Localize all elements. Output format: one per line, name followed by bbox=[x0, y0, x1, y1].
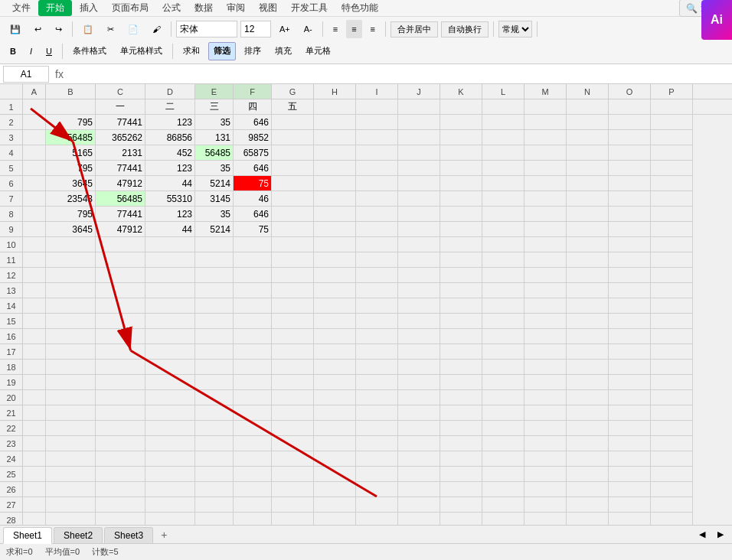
row-num-8[interactable]: 8 bbox=[0, 207, 22, 222]
cell-8-d[interactable]: 123 bbox=[145, 207, 195, 222]
cell-23-m[interactable] bbox=[524, 436, 567, 451]
cell-5-k[interactable] bbox=[440, 161, 482, 176]
cell-2-d[interactable]: 123 bbox=[145, 115, 195, 130]
cell-22-a[interactable] bbox=[23, 421, 46, 436]
menu-file[interactable]: 文件 bbox=[6, 0, 37, 16]
cell-10-j[interactable] bbox=[398, 237, 440, 252]
cell-9-j[interactable] bbox=[398, 222, 440, 237]
cell-10-h[interactable] bbox=[314, 237, 356, 252]
cell-17-m[interactable] bbox=[524, 344, 567, 360]
cell-21-j[interactable] bbox=[398, 405, 440, 421]
col-header-a[interactable]: A bbox=[23, 84, 46, 99]
cell-7-f[interactable]: 46 bbox=[234, 191, 272, 207]
cell-24-e[interactable] bbox=[195, 451, 234, 467]
cell-4-l[interactable] bbox=[482, 145, 524, 161]
cell-28-a[interactable] bbox=[23, 513, 46, 525]
cell-7-d[interactable]: 55310 bbox=[145, 191, 195, 207]
cell-11-d[interactable] bbox=[145, 252, 195, 268]
cell-12-l[interactable] bbox=[482, 268, 524, 283]
cell-18-b[interactable] bbox=[46, 360, 96, 375]
cell-23-c[interactable] bbox=[96, 436, 145, 451]
cell-13-h[interactable] bbox=[314, 283, 356, 298]
cell-26-c[interactable] bbox=[96, 482, 145, 497]
cell-15-i[interactable] bbox=[356, 314, 398, 329]
cell-19-h[interactable] bbox=[314, 375, 356, 390]
cell-22-h[interactable] bbox=[314, 421, 356, 436]
underline-button[interactable]: U bbox=[41, 42, 57, 60]
cell-26-m[interactable] bbox=[524, 482, 567, 497]
cell-18-h[interactable] bbox=[314, 360, 356, 375]
row-num-6[interactable]: 6 bbox=[0, 176, 22, 191]
cell-20-f[interactable] bbox=[234, 390, 272, 405]
cell-18-j[interactable] bbox=[398, 360, 440, 375]
cell-23-o[interactable] bbox=[609, 436, 651, 451]
cell-1-j[interactable] bbox=[440, 99, 482, 115]
cell-15-c[interactable] bbox=[96, 314, 145, 329]
cell-26-d[interactable] bbox=[145, 482, 195, 497]
cell-15-j[interactable] bbox=[398, 314, 440, 329]
cell-19-n[interactable] bbox=[567, 375, 609, 390]
cell-27-c[interactable] bbox=[96, 497, 145, 513]
undo-button[interactable]: ↩ bbox=[29, 20, 47, 38]
menu-data[interactable]: 数据 bbox=[188, 0, 219, 16]
cell-26-a[interactable] bbox=[23, 482, 46, 497]
cell-12-p[interactable] bbox=[651, 268, 693, 283]
cell-14-i[interactable] bbox=[356, 298, 398, 314]
cell-26-e[interactable] bbox=[195, 482, 234, 497]
cell-7-a[interactable] bbox=[23, 191, 46, 207]
cell-8-k[interactable] bbox=[440, 207, 482, 222]
cell-9-i[interactable] bbox=[356, 222, 398, 237]
cell-25-a[interactable] bbox=[23, 467, 46, 482]
paste-button[interactable]: 📋 bbox=[77, 20, 99, 38]
cell-3-m[interactable] bbox=[524, 130, 567, 145]
cell-9-m[interactable] bbox=[524, 222, 567, 237]
cell-13-b[interactable] bbox=[46, 283, 96, 298]
cell-21-p[interactable] bbox=[651, 405, 693, 421]
cell-20-h[interactable] bbox=[314, 390, 356, 405]
cell-12-f[interactable] bbox=[234, 268, 272, 283]
col-header-p[interactable]: P bbox=[651, 84, 693, 99]
cell-26-l[interactable] bbox=[482, 482, 524, 497]
cell-2-b[interactable]: 795 bbox=[46, 115, 96, 130]
cell-12-d[interactable] bbox=[145, 268, 195, 283]
sheet-tab-sheet3[interactable]: Sheet3 bbox=[104, 527, 153, 543]
cell-16-d[interactable] bbox=[145, 329, 195, 344]
cell-7-j[interactable] bbox=[398, 191, 440, 207]
cell-23-i[interactable] bbox=[356, 436, 398, 451]
cell-5-p[interactable] bbox=[651, 161, 693, 176]
cell-28-b[interactable] bbox=[46, 513, 96, 525]
copy-button[interactable]: 📄 bbox=[123, 20, 144, 38]
format-painter-button[interactable]: 🖌 bbox=[147, 20, 166, 38]
cell-8-a[interactable] bbox=[23, 207, 46, 222]
cell-23-l[interactable] bbox=[482, 436, 524, 451]
cell-16-n[interactable] bbox=[567, 329, 609, 344]
cell-14-c[interactable] bbox=[96, 298, 145, 314]
col-header-h[interactable]: H bbox=[314, 84, 356, 99]
row-num-2[interactable]: 2 bbox=[0, 115, 22, 130]
row-num-24[interactable]: 24 bbox=[0, 451, 22, 467]
cell-11-o[interactable] bbox=[609, 252, 651, 268]
cell-6-g[interactable] bbox=[272, 176, 314, 191]
cell-5-f[interactable]: 646 bbox=[234, 161, 272, 176]
cell-9-g[interactable] bbox=[272, 222, 314, 237]
cell-19-i[interactable] bbox=[356, 375, 398, 390]
row-num-9[interactable]: 9 bbox=[0, 222, 22, 237]
cell-21-g[interactable] bbox=[272, 405, 314, 421]
cell-6-l[interactable] bbox=[482, 176, 524, 191]
cell-15-e[interactable] bbox=[195, 314, 234, 329]
cell-10-g[interactable] bbox=[272, 237, 314, 252]
cell-9-d[interactable]: 44 bbox=[145, 222, 195, 237]
cell-24-l[interactable] bbox=[482, 451, 524, 467]
cell-4-p[interactable] bbox=[651, 145, 693, 161]
menu-view[interactable]: 视图 bbox=[253, 0, 283, 16]
cell-17-c[interactable] bbox=[96, 344, 145, 360]
cell-2-l[interactable] bbox=[482, 115, 524, 130]
cell-25-j[interactable] bbox=[398, 467, 440, 482]
cell-9-l[interactable] bbox=[482, 222, 524, 237]
cell-3-d[interactable]: 86856 bbox=[145, 130, 195, 145]
cell-21-k[interactable] bbox=[440, 405, 482, 421]
cell-2-a[interactable] bbox=[23, 115, 46, 130]
cell-12-i[interactable] bbox=[356, 268, 398, 283]
cell-17-d[interactable] bbox=[145, 344, 195, 360]
cell-16-b[interactable] bbox=[46, 329, 96, 344]
